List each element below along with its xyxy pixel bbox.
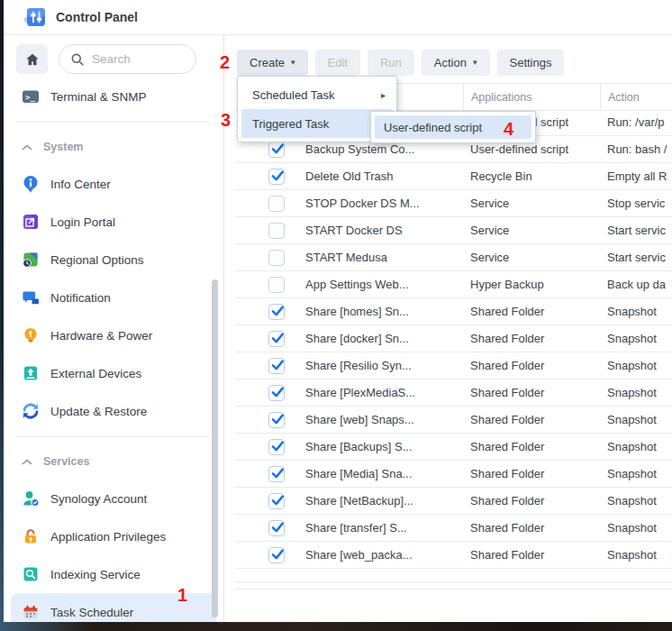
- row-checkbox[interactable]: [268, 331, 285, 347]
- action-cell: Snapshot: [600, 521, 672, 535]
- checkbox-cell: [235, 466, 305, 482]
- task-name-cell: Delete Old Trash: [305, 169, 463, 183]
- update-restore-icon: [22, 402, 40, 420]
- chevron-up-icon: [22, 458, 32, 466]
- sidebar-section-system[interactable]: System: [4, 129, 223, 165]
- sidebar-item-label: Terminal & SNMP: [50, 90, 147, 104]
- table-row[interactable]: Share [transfer] S...Shared FolderSnapsh…: [235, 515, 672, 542]
- action-cell: Snapshot: [600, 494, 672, 508]
- table-row[interactable]: Share [docker] Sn...Shared FolderSnapsho…: [235, 325, 672, 352]
- action-cell: Snapshot: [600, 413, 672, 426]
- home-icon: [24, 51, 41, 68]
- sidebar-item-label: Update & Restore: [50, 405, 147, 418]
- create-button-label: Create: [250, 56, 285, 69]
- step-annotation-4: 4: [504, 120, 513, 138]
- row-checkbox[interactable]: [268, 277, 285, 293]
- list-footer-divider: [235, 581, 672, 582]
- table-row[interactable]: START Docker DSServiceStart servic: [235, 217, 672, 244]
- task-list: User-defined scriptRun: /var/pBackup Sys…: [235, 109, 672, 569]
- sidebar-item-notification[interactable]: Notification: [11, 279, 216, 316]
- sidebar-section-services[interactable]: Services: [4, 444, 223, 480]
- create-button[interactable]: Create▾: [237, 50, 308, 76]
- table-row[interactable]: STOP Docker DS M...ServiceStop servic: [235, 190, 672, 217]
- task-name-cell: Share [PlexMediaS...: [305, 386, 463, 399]
- applications-column-header[interactable]: Applications: [463, 84, 600, 110]
- step-annotation-1: 1: [177, 586, 187, 604]
- task-name-cell: Share [web_packa...: [305, 548, 463, 562]
- sidebar-item-terminal-snmp[interactable]: >_Terminal & SNMP: [11, 78, 216, 115]
- sidebar-item-application-privileges[interactable]: Application Privileges: [11, 517, 216, 555]
- table-row[interactable]: App Settings Web...Hyper BackupBack up d…: [235, 271, 672, 298]
- action-column-header[interactable]: Action: [600, 84, 672, 110]
- checkbox-cell: [235, 385, 305, 401]
- action-cell: Snapshot: [600, 359, 672, 372]
- sidebar-scrollbar[interactable]: [212, 279, 218, 617]
- table-row[interactable]: Delete Old TrashRecycle BinEmpty all R: [235, 163, 672, 190]
- sidebar-item-regional-options[interactable]: Regional Options: [11, 241, 216, 279]
- application-privileges-icon: [22, 527, 40, 545]
- checkbox-cell: [235, 547, 305, 563]
- row-checkbox[interactable]: [268, 412, 285, 428]
- sidebar-item-hardware-power[interactable]: Hardware & Power: [11, 316, 216, 354]
- row-checkbox[interactable]: [268, 493, 285, 509]
- task-scheduler-icon: [22, 603, 40, 621]
- action-cell: Back up da: [600, 278, 672, 291]
- row-checkbox[interactable]: [268, 520, 285, 536]
- row-checkbox[interactable]: [268, 304, 285, 320]
- table-row[interactable]: Share [PlexMediaS...Shared FolderSnapsho…: [235, 380, 672, 407]
- row-checkbox[interactable]: [268, 142, 285, 158]
- table-row[interactable]: Share [web] Snaps...Shared FolderSnapsho…: [235, 407, 672, 434]
- action-cell: Snapshot: [600, 386, 672, 399]
- desktop-wallpaper-edge: [0, 622, 672, 631]
- applications-cell: Shared Folder: [463, 521, 600, 535]
- row-checkbox[interactable]: [268, 439, 285, 455]
- action-button[interactable]: Action▾: [422, 50, 490, 76]
- menu-item-scheduled-task[interactable]: Scheduled Task▸: [241, 80, 393, 109]
- indexing-service-icon: [22, 565, 40, 583]
- row-checkbox[interactable]: [268, 547, 285, 563]
- row-checkbox[interactable]: [268, 250, 285, 266]
- settings-button[interactable]: Settings: [497, 50, 565, 76]
- action-cell: Start servic: [600, 224, 672, 237]
- sidebar-item-login-portal[interactable]: Login Portal: [11, 203, 216, 241]
- caret-down-icon: ▾: [473, 59, 477, 67]
- control-panel-window: Control Panel Search >_Terminal & SNMPSy…: [0, 0, 672, 631]
- sidebar-item-label: External Devices: [50, 367, 141, 380]
- section-label: Services: [43, 455, 89, 468]
- table-row[interactable]: Share [Media] Sna...Shared FolderSnapsho…: [235, 461, 672, 488]
- row-checkbox[interactable]: [268, 223, 285, 239]
- row-checkbox[interactable]: [268, 358, 285, 374]
- action-cell: Start servic: [600, 251, 672, 264]
- row-checkbox[interactable]: [268, 385, 285, 401]
- sidebar-item-label: Login Portal: [50, 215, 115, 229]
- action-cell: Snapshot: [600, 305, 672, 318]
- main-content: Create▾EditRunAction▾Settings Applicatio…: [224, 35, 672, 622]
- table-row[interactable]: Share [web_packa...Shared FolderSnapshot: [235, 542, 672, 569]
- external-devices-icon: [22, 364, 40, 382]
- sidebar-item-info-center[interactable]: Info Center: [11, 165, 216, 203]
- table-row[interactable]: Share [Resilio Syn...Shared FolderSnapsh…: [235, 352, 672, 380]
- sidebar-item-update-restore[interactable]: Update & Restore: [11, 392, 216, 430]
- checkbox-cell: [235, 223, 305, 239]
- applications-cell: Shared Folder: [463, 386, 600, 399]
- desktop-wallpaper-edge: [0, 0, 4, 631]
- action-cell: Snapshot: [600, 548, 672, 562]
- hardware-power-icon: [22, 326, 40, 344]
- row-checkbox[interactable]: [268, 196, 285, 212]
- table-row[interactable]: Share [homes] Sn...Shared FolderSnapshot: [235, 298, 672, 325]
- search-placeholder: Search: [92, 52, 131, 66]
- search-input[interactable]: Search: [59, 44, 196, 74]
- action-cell: Snapshot: [600, 440, 672, 453]
- sidebar-item-label: Regional Options: [50, 253, 144, 267]
- table-row[interactable]: Share [NetBackup]...Shared FolderSnapsho…: [235, 488, 672, 515]
- sidebar-item-synology-account[interactable]: Synology Account: [11, 480, 216, 517]
- home-button[interactable]: [16, 44, 48, 74]
- login-portal-icon: [22, 213, 40, 231]
- task-name-cell: Backup System Co...: [305, 142, 463, 156]
- row-checkbox[interactable]: [268, 466, 285, 482]
- table-row[interactable]: Share [Backups] S...Shared FolderSnapsho…: [235, 434, 672, 461]
- row-checkbox[interactable]: [268, 169, 285, 185]
- applications-cell: Shared Folder: [463, 332, 600, 345]
- table-row[interactable]: START MedusaServiceStart servic: [235, 244, 672, 271]
- sidebar-item-external-devices[interactable]: External Devices: [11, 354, 216, 392]
